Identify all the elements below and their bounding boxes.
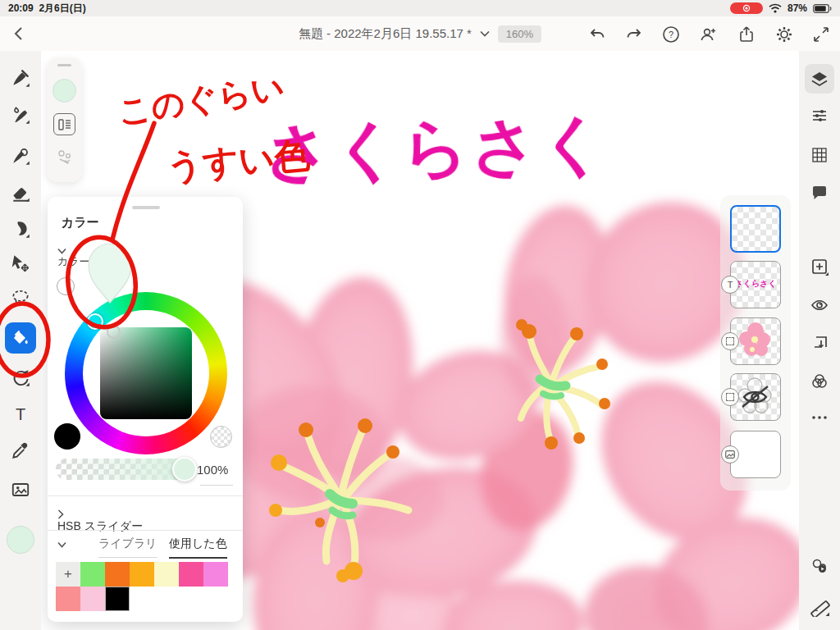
color-panel: カラー カラーホイール 100% HSB スライダー ライブラリ 使用した色 + [48,197,243,622]
more-dots-icon [810,408,829,427]
add-layer-button[interactable] [809,256,830,277]
swatch-pink[interactable] [80,587,105,611]
fill-tool-options-panel [47,57,82,182]
image-layer-badge-icon [721,445,739,463]
share-button[interactable] [736,24,757,45]
move-cursor-icon [10,253,31,274]
sb-selector-ring[interactable] [107,325,121,339]
swatch-orange[interactable] [105,562,130,587]
ruler-icon [809,596,830,617]
mixer-brush-tool[interactable] [10,145,31,167]
live-brush-icon [10,104,31,126]
eyedropper-tool[interactable] [10,440,31,461]
chevron-down-icon [57,248,66,254]
swatch-black[interactable] [105,587,130,611]
redo-icon [624,25,644,44]
saturation-brightness-square[interactable] [100,327,192,419]
move-transform-tool[interactable] [10,253,31,274]
lasso-icon [10,287,31,308]
pixel-brush-tool[interactable] [10,67,31,89]
battery-icon [813,4,832,13]
eraser-icon [10,182,31,203]
add-swatch-button[interactable]: + [56,562,80,587]
fill-bucket-tool-selected[interactable] [5,322,36,354]
current-fill-color-swatch[interactable] [52,79,76,103]
swatch-amber[interactable] [130,562,154,587]
grid-button[interactable] [809,144,830,166]
eraser-tool[interactable] [10,182,31,203]
undo-button[interactable] [587,24,608,45]
drag-handle[interactable] [132,206,160,209]
pixel-layer-badge-icon [721,388,739,406]
add-layer-icon [810,257,829,276]
help-icon: ? [661,25,681,44]
chevron-left-icon [10,25,28,43]
hue-selector-ring[interactable] [87,313,103,330]
fullscreen-button[interactable] [810,24,832,45]
clip-mask-button[interactable] [809,333,830,354]
grid-icon [810,145,829,165]
status-bar: 20:09 2月6日(日) 87% [0,0,840,16]
comment-bubble-icon [810,183,829,203]
image-icon [10,479,31,500]
text-tool[interactable]: T [10,404,31,425]
chevron-right-icon [57,509,64,519]
share-icon [737,25,756,44]
text-tool-icon: T [16,405,25,424]
divider [200,485,233,486]
layers-panel-button[interactable] [809,68,830,89]
screen-recording-indicator[interactable] [730,2,763,14]
place-image-tool[interactable] [10,479,31,500]
layer-visibility-button[interactable] [809,294,830,316]
sliders-icon [810,106,829,126]
smudge-icon [10,218,31,240]
settings-button[interactable] [774,24,795,45]
fill-mode-icon [58,119,71,130]
invite-person-icon [698,25,718,44]
tab-library[interactable]: ライブラリ [98,536,158,558]
swatch-orchid[interactable] [203,562,228,587]
text-layer-badge-icon: T [721,276,739,294]
current-color-well[interactable] [7,526,34,554]
sample-layers-button-disabled [54,146,75,167]
gear-icon [774,25,794,44]
svg-text:?: ? [669,30,673,39]
swatch-cream[interactable] [154,562,179,587]
redo-button[interactable] [623,24,645,45]
timelapse-button[interactable] [809,555,830,577]
expand-arrows-icon [811,25,831,44]
color-panel-title: カラー [62,215,99,231]
record-icon [742,4,751,12]
pixel-brush-icon [10,67,31,89]
transparent-color-button[interactable] [210,426,232,448]
wifi-icon [769,3,782,13]
help-button[interactable]: ? [660,24,682,45]
swatch-light-green[interactable] [80,562,105,587]
eye-icon [810,295,829,315]
lasso-select-tool[interactable] [10,287,31,308]
fill-mode-button[interactable] [53,113,75,135]
swatch-hot-pink[interactable] [179,562,203,587]
pixel-layer-badge-icon [721,332,739,350]
opacity-slider-knob[interactable] [172,457,197,482]
secondary-color-ring[interactable] [57,277,75,295]
more-options-button[interactable] [809,407,830,428]
black-color-button[interactable] [54,423,80,450]
swatch-salmon[interactable] [56,587,80,611]
live-brush-tool[interactable] [10,104,31,126]
invite-button[interactable] [697,24,719,45]
current-color-teardrop [86,242,134,304]
drag-handle[interactable] [57,64,71,66]
back-button[interactable] [10,25,28,43]
layer-thumbnail-selected[interactable] [730,205,781,253]
blend-mode-button[interactable] [809,371,830,392]
ruler-button[interactable] [809,596,830,617]
clip-mask-icon [810,334,829,354]
opacity-slider[interactable] [56,459,190,480]
tab-used-colors[interactable]: 使用した色 [169,536,227,559]
comment-button[interactable] [809,182,830,203]
divider [48,495,243,496]
smudge-tool[interactable] [10,218,31,240]
properties-button[interactable] [809,105,830,126]
liquify-tool[interactable] [10,367,31,388]
